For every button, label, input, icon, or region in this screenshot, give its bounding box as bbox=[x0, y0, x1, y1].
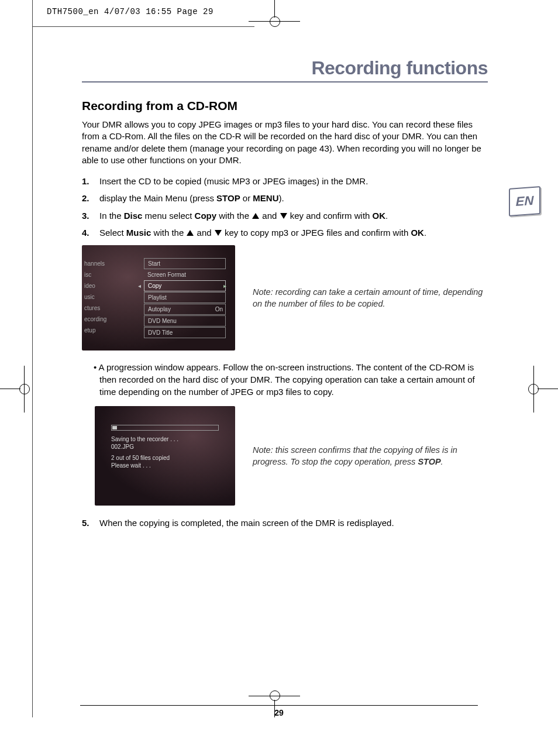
language-badge: EN bbox=[509, 187, 539, 215]
registration-cross-left bbox=[24, 366, 25, 413]
svg-marker-2 bbox=[187, 230, 194, 236]
menu-left-item: usic bbox=[82, 291, 138, 303]
progress-bar bbox=[111, 425, 219, 431]
step-2: display the Main Menu (press STOP or MEN… bbox=[82, 191, 488, 205]
svg-marker-0 bbox=[252, 213, 259, 219]
progress-line-2: 002.JPG bbox=[111, 443, 219, 451]
registration-mark-bottom bbox=[263, 688, 287, 717]
progress-line-1: Saving to the recorder . . . bbox=[111, 435, 219, 443]
progress-line-3: 2 out of 50 files copied bbox=[111, 454, 219, 462]
steps-list-cont: When the copying is completed, the main … bbox=[82, 516, 488, 530]
step-5: When the copying is completed, the main … bbox=[82, 516, 488, 530]
menu-screenshot: hannelsiscideousiccturesecordingetup Sta… bbox=[82, 245, 235, 350]
menu-left-item: etup bbox=[82, 325, 138, 336]
note-copy-progress: Note: this screen confirms that the copy… bbox=[253, 444, 488, 468]
step-1: Insert the CD to be copied (music MP3 or… bbox=[82, 174, 488, 188]
language-badge-text: EN bbox=[509, 186, 540, 217]
down-arrow-icon bbox=[280, 212, 288, 219]
intro-paragraph: Your DMR allows you to copy JPEG images … bbox=[82, 119, 488, 166]
menu-left-item: ecording bbox=[82, 314, 138, 325]
menu-right-item: DVD Title bbox=[144, 327, 226, 338]
svg-marker-1 bbox=[280, 213, 287, 219]
menu-right-item: Screen Format bbox=[144, 270, 226, 280]
down-arrow-icon bbox=[214, 229, 222, 236]
trim-outline-top bbox=[32, 26, 254, 27]
menu-left-item: ideo bbox=[82, 280, 138, 291]
step-4: Select Music with the and key to copy mp… bbox=[82, 226, 488, 239]
registration-cross-right bbox=[533, 366, 534, 413]
menu-left-item: ctures bbox=[82, 303, 138, 314]
section-title: Recording from a CD-ROM bbox=[82, 99, 488, 113]
svg-marker-3 bbox=[215, 230, 222, 236]
steps-list: Insert the CD to be copied (music MP3 or… bbox=[82, 174, 488, 239]
step-3: In the Disc menu select Copy with the an… bbox=[82, 209, 488, 222]
menu-right-item: Autoplay bbox=[144, 304, 226, 315]
page-title: Recording functions bbox=[82, 57, 488, 83]
registration-mark-top bbox=[263, 0, 287, 29]
registration-cross-bottom bbox=[249, 696, 300, 696]
note-recording-time: Note: recording can take a certain amoun… bbox=[253, 286, 488, 310]
registration-mark-right bbox=[517, 377, 558, 401]
menu-right-item: DVD Menu bbox=[144, 315, 226, 327]
menu-left-item: hannels bbox=[82, 258, 138, 269]
up-arrow-icon bbox=[186, 229, 194, 236]
up-arrow-icon bbox=[252, 212, 260, 219]
registration-cross-top bbox=[249, 21, 300, 22]
menu-left-item: isc bbox=[82, 269, 138, 280]
registration-mark-left bbox=[0, 377, 41, 401]
progress-screenshot: Saving to the recorder . . . 002.JPG 2 o… bbox=[95, 406, 235, 506]
progression-bullet: • A progression window appears. Follow t… bbox=[82, 361, 488, 398]
menu-right-item: Copy bbox=[144, 280, 226, 291]
menu-right-item: Start bbox=[144, 258, 226, 269]
progress-line-4: Please wait . . . bbox=[111, 462, 219, 469]
menu-right-item: Playlist bbox=[144, 292, 226, 303]
